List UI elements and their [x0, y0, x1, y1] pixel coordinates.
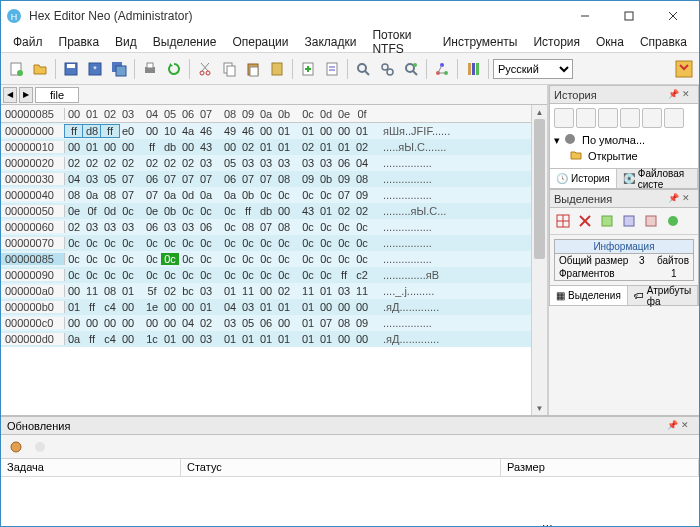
hex-byte[interactable]: 0c	[299, 269, 317, 281]
hex-byte[interactable]: 01	[119, 285, 137, 297]
hex-row[interactable]: 0000001000010000ffdb00430002010102010102…	[1, 139, 531, 155]
hex-byte[interactable]: 01	[275, 301, 293, 313]
hex-byte[interactable]: 00	[335, 301, 353, 313]
hex-byte[interactable]: 0c	[257, 189, 275, 201]
hex-byte[interactable]: 09	[299, 173, 317, 185]
hex-byte[interactable]: bc	[179, 285, 197, 297]
menu-bookmarks[interactable]: Закладки	[297, 33, 365, 51]
language-select[interactable]: Русский	[493, 59, 573, 79]
hex-byte[interactable]: 07	[197, 173, 215, 185]
hex-byte[interactable]: 07	[179, 173, 197, 185]
hex-byte[interactable]: 11	[83, 285, 101, 297]
hex-byte[interactable]: e0	[119, 125, 137, 137]
ascii-cell[interactable]: ................	[383, 189, 432, 201]
hex-byte[interactable]: 02	[353, 205, 371, 217]
hex-byte[interactable]: 11	[239, 285, 257, 297]
open-file-button[interactable]	[29, 58, 51, 80]
hex-byte[interactable]: 0c	[221, 269, 239, 281]
hex-byte[interactable]: 06	[197, 221, 215, 233]
hex-byte[interactable]: 00	[353, 333, 371, 345]
hex-byte[interactable]: 46	[239, 125, 257, 137]
hex-byte[interactable]: 02	[83, 157, 101, 169]
ascii-cell[interactable]: ................	[383, 317, 432, 329]
close-button[interactable]	[651, 2, 695, 30]
hex-byte[interactable]: 07	[161, 173, 179, 185]
hex-byte[interactable]: 01	[275, 141, 293, 153]
hex-byte[interactable]: 00	[257, 285, 275, 297]
hex-byte[interactable]: 0c	[197, 269, 215, 281]
hex-byte[interactable]: 02	[161, 285, 179, 297]
hex-byte[interactable]: 0c	[257, 237, 275, 249]
hex-byte[interactable]: 01	[317, 205, 335, 217]
hex-byte[interactable]: 03	[317, 157, 335, 169]
hex-byte[interactable]: 0c	[101, 269, 119, 281]
hex-byte[interactable]: 0c	[101, 237, 119, 249]
about-button[interactable]	[673, 58, 695, 80]
hex-byte[interactable]: 0c	[335, 221, 353, 233]
ascii-cell[interactable]: ................	[383, 253, 432, 265]
hex-byte[interactable]: 0c	[221, 253, 239, 265]
settings-button[interactable]	[462, 58, 484, 80]
hex-byte[interactable]: 00	[119, 301, 137, 313]
hex-row[interactable]: 000000700c0c0c0c0c0c0c0c0c0c0c0c0c0c0c0c…	[1, 235, 531, 251]
menu-history[interactable]: История	[525, 33, 588, 51]
hex-byte[interactable]: 00	[65, 317, 83, 329]
hex-byte[interactable]: 03	[179, 221, 197, 233]
hex-byte[interactable]: 02	[65, 157, 83, 169]
hex-byte[interactable]: 0b	[317, 173, 335, 185]
hex-row[interactable]: 0000006002030303060303060c0807080c0c0c0c…	[1, 219, 531, 235]
hex-byte[interactable]: ff	[101, 125, 119, 137]
pin-icon[interactable]: 📌	[668, 89, 680, 101]
hex-byte[interactable]: 01	[221, 285, 239, 297]
hex-byte[interactable]: 00	[143, 317, 161, 329]
hex-byte[interactable]: 0c	[275, 269, 293, 281]
print-button[interactable]	[139, 58, 161, 80]
hex-byte[interactable]: 0c	[299, 221, 317, 233]
hex-byte[interactable]: 06	[257, 317, 275, 329]
menu-view[interactable]: Вид	[107, 33, 145, 51]
hex-byte[interactable]: 03	[197, 333, 215, 345]
hex-byte[interactable]: 0c	[197, 205, 215, 217]
hex-byte[interactable]: 0c	[335, 253, 353, 265]
hex-byte[interactable]: 03	[239, 157, 257, 169]
hex-byte[interactable]: 01	[299, 333, 317, 345]
hex-byte[interactable]: 01	[317, 141, 335, 153]
hex-byte[interactable]: 00	[353, 301, 371, 313]
find-button[interactable]	[352, 58, 374, 80]
hex-byte[interactable]: 0c	[275, 189, 293, 201]
history-tab-history[interactable]: 🕓История	[550, 169, 617, 188]
hex-byte[interactable]: 00	[257, 125, 275, 137]
hex-byte[interactable]: 06	[335, 157, 353, 169]
hex-byte[interactable]: d8	[83, 125, 101, 137]
close-panel-icon[interactable]: ✕	[682, 89, 694, 101]
hex-byte[interactable]: 0c	[317, 237, 335, 249]
hex-byte[interactable]: 08	[335, 317, 353, 329]
hex-byte[interactable]: ff	[83, 301, 101, 313]
tab-prev-button[interactable]: ◀	[3, 87, 17, 103]
hex-row[interactable]: 000000b001ffc4001e0000010403010101000000…	[1, 299, 531, 315]
hex-byte[interactable]: 02	[143, 157, 161, 169]
hex-byte[interactable]: 05	[101, 173, 119, 185]
hex-byte[interactable]: 0c	[161, 237, 179, 249]
hex-byte[interactable]: 0b	[239, 189, 257, 201]
vertical-scrollbar[interactable]: ▲ ▼	[531, 105, 547, 415]
hex-row[interactable]: 00000040080a0807070a0d0a0a0b0c0c0c0c0709…	[1, 187, 531, 203]
clipboard-button[interactable]	[266, 58, 288, 80]
hex-byte[interactable]: 01	[257, 333, 275, 345]
hex-byte[interactable]: 01	[317, 285, 335, 297]
hex-byte[interactable]: 01	[353, 125, 371, 137]
sel-tool-6[interactable]	[663, 211, 683, 231]
hex-byte[interactable]: 02	[197, 317, 215, 329]
hex-byte[interactable]: 11	[353, 285, 371, 297]
hex-byte[interactable]: 49	[221, 125, 239, 137]
hex-byte[interactable]: 0e	[65, 205, 83, 217]
hex-byte[interactable]: 02	[299, 141, 317, 153]
hex-byte[interactable]: 0c	[161, 253, 179, 265]
updates-refresh-button[interactable]	[5, 436, 27, 458]
hex-byte[interactable]: 0c	[299, 237, 317, 249]
hex-byte[interactable]: 0c	[239, 237, 257, 249]
hex-byte[interactable]: 0c	[179, 269, 197, 281]
hex-byte[interactable]: 00	[221, 141, 239, 153]
hex-byte[interactable]: 06	[143, 173, 161, 185]
hex-byte[interactable]: 04	[65, 173, 83, 185]
